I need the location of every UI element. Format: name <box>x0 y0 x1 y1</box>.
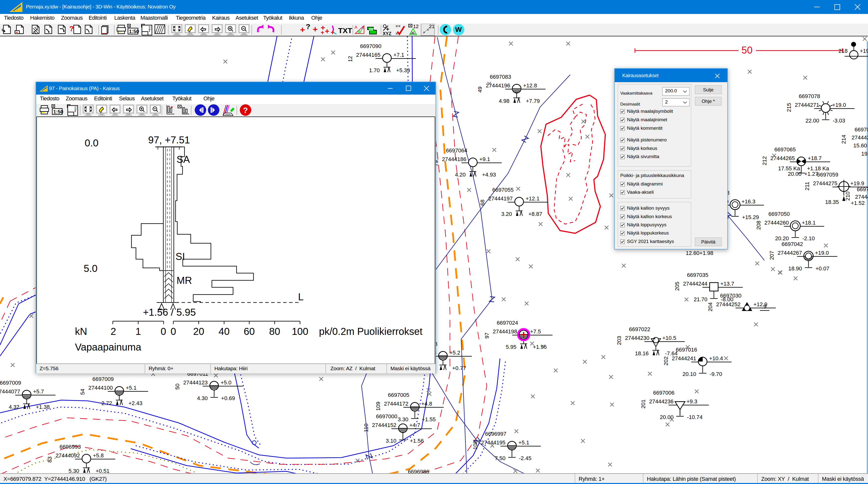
svg-text:50: 50 <box>742 44 753 56</box>
svg-text:+1.52: +1.52 <box>851 200 865 206</box>
svg-text:+10.4: +10.4 <box>709 355 723 361</box>
svg-text:+0.77: +0.77 <box>452 365 466 371</box>
svg-text:27444: 27444 <box>855 194 868 200</box>
svg-text:0.0: 0.0 <box>85 137 99 149</box>
svg-text:+19.0: +19.0 <box>832 102 846 108</box>
svg-text:6697005: 6697005 <box>388 392 409 398</box>
svg-text:2.72: 2.72 <box>101 400 112 406</box>
svg-text:215: 215 <box>786 103 792 112</box>
svg-text:-2.10: -2.10 <box>802 235 815 241</box>
svg-text:83: 83 <box>46 457 53 462</box>
svg-text:××: ×× <box>395 24 401 29</box>
svg-text:6697059: 6697059 <box>817 171 838 178</box>
svg-text:27444077: 27444077 <box>0 388 20 395</box>
svg-text:27444092: 27444092 <box>56 452 80 459</box>
svg-text:+15.29: +15.29 <box>742 214 759 220</box>
svg-text:+1.38: +1.38 <box>36 404 50 410</box>
svg-text:68: 68 <box>479 200 486 206</box>
svg-text:+1.55: +1.55 <box>422 416 436 422</box>
svg-text:B: B <box>358 30 360 34</box>
svg-text:15.60: 15.60 <box>853 142 867 149</box>
svg-text:Vapaapainuma: Vapaapainuma <box>75 342 142 353</box>
svg-text:4.20: 4.20 <box>455 171 466 178</box>
svg-text:+13.7: +13.7 <box>720 281 734 287</box>
svg-text:6697064: 6697064 <box>446 148 467 154</box>
svg-text:+5.2: +5.2 <box>450 350 460 356</box>
svg-text:L: L <box>298 291 304 302</box>
svg-text:27444267: 27444267 <box>778 250 802 256</box>
svg-text:×: × <box>427 28 429 32</box>
svg-text:+12.8: +12.8 <box>523 83 537 89</box>
svg-text:20.10: 20.10 <box>682 371 696 377</box>
svg-text:6696993: 6696993 <box>60 444 81 450</box>
svg-text:6697016: 6697016 <box>676 347 697 353</box>
svg-text:40: 40 <box>219 326 230 337</box>
svg-text:20.00: 20.00 <box>788 171 802 177</box>
svg-text:6697030: 6697030 <box>720 293 742 299</box>
svg-text:27444152: 27444152 <box>372 422 396 428</box>
svg-text:109: 109 <box>375 401 381 411</box>
svg-text:2744427: 2744427 <box>851 134 868 141</box>
svg-text:4.32: 4.32 <box>9 404 20 410</box>
svg-text:27444241: 27444241 <box>672 355 696 361</box>
svg-text:-3.03: -3.03 <box>833 118 845 124</box>
svg-text:MR: MR <box>177 275 192 286</box>
svg-text:5.95: 5.95 <box>506 344 517 350</box>
svg-text:207: 207 <box>769 251 775 260</box>
svg-text:6697022: 6697022 <box>629 326 650 332</box>
svg-text:6697078: 6697078 <box>799 93 820 99</box>
svg-text:7.50: 7.50 <box>495 455 505 461</box>
svg-text:+19.0: +19.0 <box>815 250 829 256</box>
svg-text:208: 208 <box>755 221 762 230</box>
svg-text:27444197: 27444197 <box>488 195 513 202</box>
svg-text:+7.1: +7.1 <box>394 52 404 58</box>
svg-text:54: 54 <box>80 389 86 395</box>
svg-text:211: 211 <box>804 182 810 190</box>
svg-text:+7.5: +7.5 <box>530 328 541 334</box>
svg-text:+18.1: +18.1 <box>802 220 816 226</box>
svg-text:1:50: 1:50 <box>129 29 139 34</box>
svg-text:+19: +19 <box>860 48 868 54</box>
svg-text:27444172: 27444172 <box>384 400 408 407</box>
svg-text:12.60+1.98: 12.60+1.98 <box>686 250 713 256</box>
svg-text:3.10: 3.10 <box>386 438 396 444</box>
svg-text:+0.69: +0.69 <box>221 395 235 401</box>
svg-text:27444123: 27444123 <box>183 380 208 386</box>
svg-text:20.20: 20.20 <box>775 235 789 241</box>
svg-text:SA: SA <box>177 154 190 165</box>
svg-text:205: 205 <box>674 282 680 291</box>
svg-text:12: 12 <box>347 56 353 62</box>
svg-text:.9: .9 <box>762 303 767 310</box>
svg-text:27444100: 27444100 <box>88 385 113 391</box>
svg-text:+4.8: +4.8 <box>421 400 432 407</box>
svg-text:W: W <box>455 26 462 33</box>
svg-text:18.35: 18.35 <box>825 199 839 205</box>
svg-text:12: 12 <box>413 24 418 29</box>
svg-text:+1.27: +1.27 <box>804 171 818 177</box>
svg-text:97, +7.51: 97, +7.51 <box>148 134 190 146</box>
svg-text:+8.87: +8.87 <box>528 211 542 217</box>
svg-text:27444260: 27444260 <box>765 220 789 226</box>
svg-text:+12.1: +12.1 <box>526 195 539 202</box>
svg-text:+5.39: +5.39 <box>396 67 410 73</box>
svg-text:27444244: 27444244 <box>683 281 707 287</box>
svg-text:+1.56 / 5.95: +1.56 / 5.95 <box>143 307 196 318</box>
svg-text:110: 110 <box>363 423 369 432</box>
svg-text:108: 108 <box>472 441 478 450</box>
svg-text:+1.56: +1.56 <box>410 438 424 444</box>
svg-text:0: 0 <box>170 326 176 337</box>
svg-text:1: 1 <box>135 326 141 337</box>
svg-text:+: + <box>313 24 318 34</box>
svg-text:214: 214 <box>841 135 847 144</box>
svg-text:27444186: 27444186 <box>442 156 466 162</box>
svg-text:18.16: 18.16 <box>635 350 649 357</box>
svg-text:6697009: 6697009 <box>0 380 21 386</box>
svg-text:5.0: 5.0 <box>84 263 98 274</box>
svg-text:+5.8: +5.8 <box>93 452 103 459</box>
svg-text:+0.07: +0.07 <box>815 265 829 271</box>
svg-text:?: ? <box>306 24 310 31</box>
svg-text:+: + <box>325 27 330 35</box>
svg-text:2: 2 <box>111 326 116 337</box>
svg-text:+18.7: +18.7 <box>808 155 822 161</box>
svg-text:-2.45: -2.45 <box>519 455 531 461</box>
